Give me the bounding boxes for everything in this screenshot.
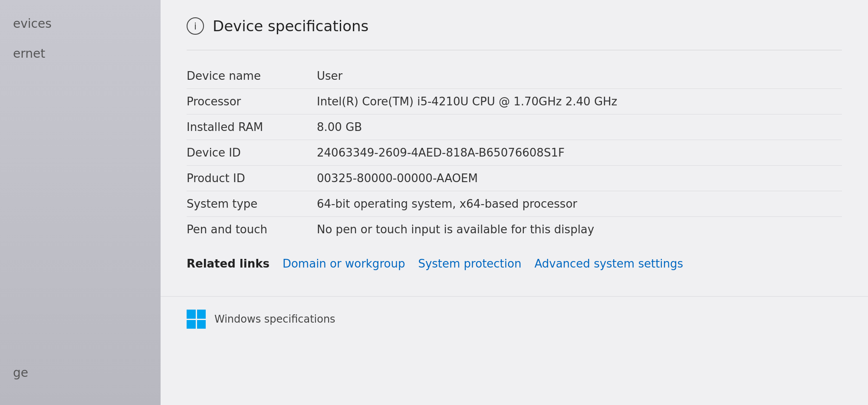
spec-row-device-id: Device ID 24063349-2609-4AED-818A-B65076…	[187, 140, 842, 166]
sidebar-item-blank	[0, 69, 161, 84]
link-system-protection[interactable]: System protection	[418, 257, 521, 270]
spec-value-ram: 8.00 GB	[317, 121, 842, 134]
spec-label-product-id: Product ID	[187, 172, 317, 185]
spec-row-product-id: Product ID 00325-80000-00000-AAOEM	[187, 166, 842, 191]
sidebar-item-label: ge	[13, 366, 28, 380]
related-links-section: Related links Domain or workgroup System…	[187, 242, 842, 274]
windows-section: Windows specifications	[161, 297, 868, 342]
info-icon: i	[187, 17, 204, 35]
spec-value-device-name: User	[317, 69, 842, 82]
link-domain-workgroup[interactable]: Domain or workgroup	[283, 257, 405, 270]
spec-value-device-id: 24063349-2609-4AED-818A-B65076608S1F	[317, 146, 842, 159]
sidebar-item-devices[interactable]: evices	[0, 9, 161, 39]
sidebar: evices ernet ge	[0, 0, 161, 405]
spec-row-pen-touch: Pen and touch No pen or touch input is a…	[187, 217, 842, 242]
section-header: i Device specifications	[187, 17, 842, 35]
main-content: i Device specifications Device name User…	[161, 0, 868, 405]
related-links-label: Related links	[187, 257, 270, 270]
sidebar-item-label: evices	[13, 16, 52, 31]
spec-rows: Device name User Processor Intel(R) Core…	[187, 63, 842, 242]
link-advanced-system-settings[interactable]: Advanced system settings	[534, 257, 683, 270]
sidebar-item-ge[interactable]: ge	[0, 358, 161, 388]
spec-label-device-id: Device ID	[187, 146, 317, 159]
windows-logo-icon	[187, 310, 206, 329]
spec-label-ram: Installed RAM	[187, 121, 317, 134]
spec-value-system-type: 64-bit operating system, x64-based proce…	[317, 197, 842, 210]
sidebar-item-label: ernet	[13, 46, 45, 61]
spec-value-product-id: 00325-80000-00000-AAOEM	[317, 172, 842, 185]
spec-value-processor: Intel(R) Core(TM) i5-4210U CPU @ 1.70GHz…	[317, 95, 842, 108]
device-specs-section: i Device specifications Device name User…	[161, 0, 868, 297]
spec-label-device-name: Device name	[187, 69, 317, 82]
windows-spec-label: Windows specifications	[214, 313, 335, 325]
spec-row-system-type: System type 64-bit operating system, x64…	[187, 191, 842, 217]
spec-value-pen-touch: No pen or touch input is available for t…	[317, 223, 842, 236]
spec-label-pen-touch: Pen and touch	[187, 223, 317, 236]
spec-row-processor: Processor Intel(R) Core(TM) i5-4210U CPU…	[187, 89, 842, 114]
spec-label-system-type: System type	[187, 197, 317, 210]
section-divider	[187, 50, 842, 50]
section-title: Device specifications	[213, 17, 368, 35]
spec-label-processor: Processor	[187, 95, 317, 108]
spec-row-ram: Installed RAM 8.00 GB	[187, 114, 842, 140]
spec-row-device-name: Device name User	[187, 63, 842, 89]
sidebar-item-ethernet[interactable]: ernet	[0, 39, 161, 69]
